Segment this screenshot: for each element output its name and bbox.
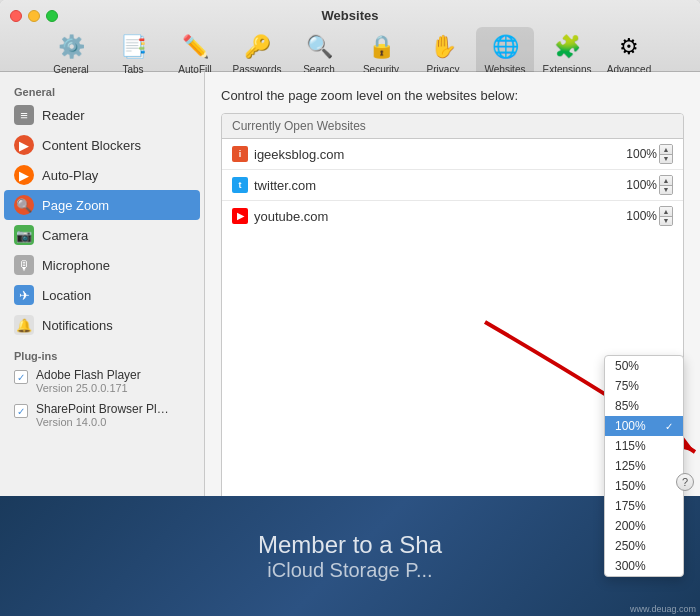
help-button[interactable]: ? — [676, 473, 694, 491]
site-favicon-1: t — [232, 177, 248, 193]
sidebar-icon-notifications: 🔔 — [14, 315, 34, 335]
stepper-up-0[interactable]: ▲ — [660, 145, 672, 155]
stepper-up-1[interactable]: ▲ — [660, 176, 672, 186]
titlebar: Websites ⚙️ General 📑 Tabs ✏️ AutoFill 🔑… — [0, 0, 700, 72]
window-controls — [10, 10, 58, 22]
bg-text-1: Member to a Sha — [258, 531, 442, 559]
site-name-1: twitter.com — [254, 178, 616, 193]
sidebar-item-notifications[interactable]: 🔔 Notifications — [0, 310, 204, 340]
plugin-checkbox-adobe-flash[interactable]: ✓ — [14, 370, 28, 384]
background-area: Member to a Sha iCloud Storage P... — [0, 496, 700, 616]
sidebar-item-content-blockers[interactable]: ▶ Content Blockers — [0, 130, 204, 160]
dropdown-item[interactable]: 175% — [605, 496, 683, 516]
dropdown-item[interactable]: 250% — [605, 536, 683, 556]
sidebar-icon-location: ✈ — [14, 285, 34, 305]
zoom-stepper-1[interactable]: ▲ ▼ — [659, 175, 673, 195]
sidebar-item-location[interactable]: ✈ Location — [0, 280, 204, 310]
stepper-down-0[interactable]: ▼ — [660, 155, 672, 164]
sidebar-icon-camera: 📷 — [14, 225, 34, 245]
toolbar-icon-general: ⚙️ — [55, 31, 87, 63]
minimize-button[interactable] — [28, 10, 40, 22]
plugin-name-sharepoint: SharePoint Browser Pl… — [36, 402, 169, 416]
sidebar-icon-reader: ≡ — [14, 105, 34, 125]
stepper-up-2[interactable]: ▲ — [660, 207, 672, 217]
toolbar-icon-extensions: 🧩 — [551, 31, 583, 63]
sidebar-item-reader[interactable]: ≡ Reader — [0, 100, 204, 130]
dropdown-item[interactable]: 125% — [605, 456, 683, 476]
dropdown-item[interactable]: 85% — [605, 396, 683, 416]
zoom-dropdown[interactable]: 50%75%85%100%✓115%125%150%175%200%250%30… — [604, 355, 684, 577]
sidebar-icon-auto-play: ▶ — [14, 165, 34, 185]
toolbar-icon-websites: 🌐 — [489, 31, 521, 63]
sidebar-section-general: General — [0, 82, 204, 100]
close-button[interactable] — [10, 10, 22, 22]
site-favicon-2: ▶ — [232, 208, 248, 224]
site-favicon-0: i — [232, 146, 248, 162]
zoom-value-2: 100% — [622, 209, 657, 223]
checkmark-icon: ✓ — [665, 421, 673, 432]
site-zoom-2[interactable]: 100% ▲ ▼ — [622, 206, 673, 226]
zoom-stepper-2[interactable]: ▲ ▼ — [659, 206, 673, 226]
sidebar-item-auto-play[interactable]: ▶ Auto-Play — [0, 160, 204, 190]
table-row[interactable]: ▶ youtube.com 100% ▲ ▼ — [222, 201, 683, 231]
sidebar-item-camera[interactable]: 📷 Camera — [0, 220, 204, 250]
bg-text-2: iCloud Storage P... — [267, 559, 432, 582]
dropdown-item[interactable]: 75% — [605, 376, 683, 396]
plugin-version-adobe-flash: Version 25.0.0.171 — [36, 382, 141, 394]
sidebar-section-plugins: Plug-ins — [0, 346, 204, 364]
toolbar-icon-security: 🔒 — [365, 31, 397, 63]
toolbar-label-general: General — [53, 64, 89, 75]
plugin-checkbox-sharepoint[interactable]: ✓ — [14, 404, 28, 418]
toolbar-item-general[interactable]: ⚙️ General — [42, 27, 100, 79]
sidebar-label-notifications: Notifications — [42, 318, 113, 333]
toolbar-icon-passwords: 🔑 — [241, 31, 273, 63]
plugin-version-sharepoint: Version 14.0.0 — [36, 416, 169, 428]
sidebar-item-page-zoom[interactable]: 🔍 Page Zoom — [4, 190, 200, 220]
toolbar-icon-tabs: 📑 — [117, 31, 149, 63]
sidebar-label-page-zoom: Page Zoom — [42, 198, 109, 213]
table-row[interactable]: t twitter.com 100% ▲ ▼ — [222, 170, 683, 201]
site-name-2: youtube.com — [254, 209, 616, 224]
dropdown-item[interactable]: 100%✓ — [605, 416, 683, 436]
stepper-down-1[interactable]: ▼ — [660, 186, 672, 195]
sidebar-label-location: Location — [42, 288, 91, 303]
toolbar-icon-advanced: ⚙ — [613, 31, 645, 63]
sidebar-icon-page-zoom: 🔍 — [14, 195, 34, 215]
sidebar-label-auto-play: Auto-Play — [42, 168, 98, 183]
dropdown-item[interactable]: 115% — [605, 436, 683, 456]
table-row[interactable]: i igeeksblog.com 100% ▲ ▼ — [222, 139, 683, 170]
sidebar-label-content-blockers: Content Blockers — [42, 138, 141, 153]
site-name-0: igeeksblog.com — [254, 147, 616, 162]
zoom-stepper-0[interactable]: ▲ ▼ — [659, 144, 673, 164]
sidebar-label-reader: Reader — [42, 108, 85, 123]
plugin-info-sharepoint: SharePoint Browser Pl… Version 14.0.0 — [36, 402, 169, 428]
plugin-item-sharepoint[interactable]: ✓ SharePoint Browser Pl… Version 14.0.0 — [0, 398, 204, 432]
dropdown-item[interactable]: 200% — [605, 516, 683, 536]
sidebar-icon-microphone: 🎙 — [14, 255, 34, 275]
zoom-value-1: 100% — [622, 178, 657, 192]
dropdown-item[interactable]: 300% — [605, 556, 683, 576]
plugin-name-adobe-flash: Adobe Flash Player — [36, 368, 141, 382]
site-zoom-0[interactable]: 100% ▲ ▼ — [622, 144, 673, 164]
panel-description: Control the page zoom level on the websi… — [221, 88, 684, 103]
table-header: Currently Open Websites — [222, 114, 683, 139]
stepper-down-2[interactable]: ▼ — [660, 217, 672, 226]
dropdown-item[interactable]: 150% — [605, 476, 683, 496]
sidebar-label-microphone: Microphone — [42, 258, 110, 273]
toolbar-item-tabs[interactable]: 📑 Tabs — [104, 27, 162, 79]
plugin-item-adobe-flash[interactable]: ✓ Adobe Flash Player Version 25.0.0.171 — [0, 364, 204, 398]
sidebar-icon-content-blockers: ▶ — [14, 135, 34, 155]
preferences-window: Websites ⚙️ General 📑 Tabs ✏️ AutoFill 🔑… — [0, 0, 700, 616]
toolbar-icon-privacy: ✋ — [427, 31, 459, 63]
toolbar-icon-autofill: ✏️ — [179, 31, 211, 63]
window-title: Websites — [322, 8, 379, 23]
dropdown-item[interactable]: 50% — [605, 356, 683, 376]
sidebar-item-microphone[interactable]: 🎙 Microphone — [0, 250, 204, 280]
toolbar-icon-search: 🔍 — [303, 31, 335, 63]
toolbar-label-tabs: Tabs — [122, 64, 143, 75]
maximize-button[interactable] — [46, 10, 58, 22]
plugin-info-adobe-flash: Adobe Flash Player Version 25.0.0.171 — [36, 368, 141, 394]
sidebar-label-camera: Camera — [42, 228, 88, 243]
site-zoom-1[interactable]: 100% ▲ ▼ — [622, 175, 673, 195]
watermark: www.deuag.com — [630, 604, 696, 614]
